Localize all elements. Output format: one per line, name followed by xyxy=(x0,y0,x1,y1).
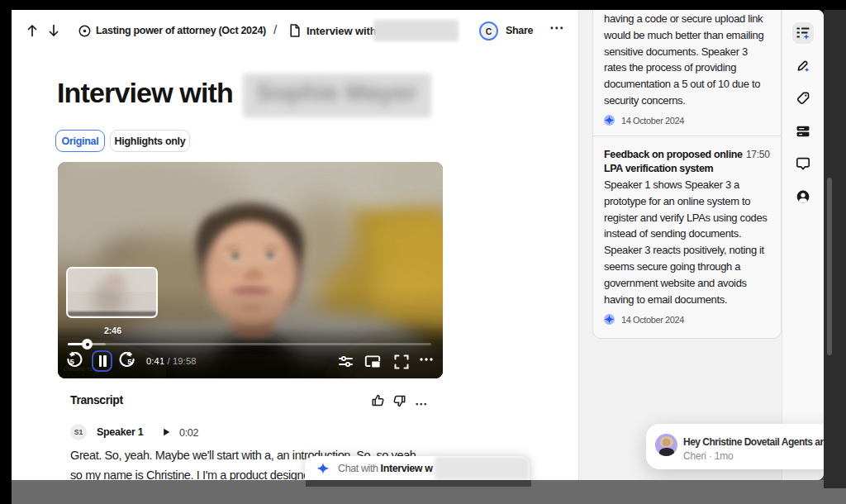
svg-text:5: 5 xyxy=(127,357,132,366)
svg-text:5: 5 xyxy=(70,357,75,366)
